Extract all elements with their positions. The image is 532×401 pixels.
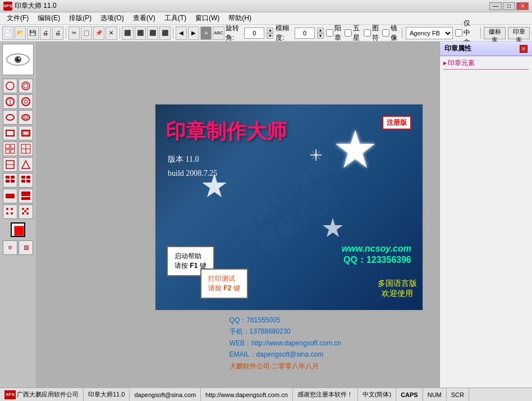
color-row	[11, 222, 25, 237]
tb-separator-5	[480, 28, 481, 39]
tb-print2[interactable]: 🖨	[52, 26, 63, 40]
tool-settings[interactable]: ⚙	[3, 240, 17, 255]
yinzhangku-button[interactable]: 印章库	[508, 27, 530, 39]
tool-rect-1[interactable]	[3, 126, 17, 140]
svg-point-44	[22, 212, 24, 215]
splash-multilang: 多国语言版欢迎使用	[378, 279, 417, 299]
tool-circle-2[interactable]	[19, 79, 33, 93]
tool-multi-1[interactable]	[3, 173, 17, 188]
tb-cut[interactable]: ✂	[68, 26, 80, 40]
tb-delete[interactable]: ✕	[106, 26, 117, 40]
tb-print[interactable]: 🖨	[40, 26, 51, 40]
check-jingxiang[interactable]: 镜像	[382, 24, 398, 43]
splash-version-line2: build 2008.7.25	[168, 166, 217, 180]
svg-point-12	[22, 115, 30, 120]
color-foreground[interactable]	[11, 222, 25, 237]
check-tufuhao[interactable]: 图符	[364, 24, 380, 43]
minimize-button[interactable]: —	[489, 2, 502, 10]
eye-icon	[6, 47, 30, 72]
sidebar-row-2	[3, 94, 33, 109]
maximize-button[interactable]: □	[503, 2, 515, 10]
tb-btn12[interactable]: ABC	[213, 26, 224, 40]
check-yangzhang[interactable]: 阳章	[326, 24, 342, 43]
tb-btn10[interactable]: ▶	[188, 26, 199, 40]
tool-grid-1[interactable]	[3, 142, 17, 156]
toolbar: 📄 📂 💾 🖨 🖨 ✂ 📋 📌 ✕ ⬛ ⬛ ⬛ ⬛ ◀ ▶ A ABC 旋转角:…	[0, 25, 532, 42]
rotation-up[interactable]: ▲	[267, 28, 273, 33]
star-3	[322, 217, 344, 239]
tool-pattern-1[interactable]	[3, 204, 17, 219]
tool-multi-2[interactable]	[19, 173, 33, 188]
svg-marker-49	[323, 218, 343, 237]
svg-point-5	[22, 82, 30, 90]
svg-rect-32	[26, 176, 30, 179]
splash-qq: QQ：123356396	[343, 254, 411, 266]
tool-stamp-1[interactable]	[3, 157, 17, 172]
menu-edit[interactable]: 编辑(E)	[33, 12, 65, 24]
panel-close-button[interactable]: ✕	[520, 45, 528, 53]
blur-spin[interactable]: ▲ ▼	[317, 28, 324, 39]
svg-rect-34	[26, 180, 30, 183]
tb-save[interactable]: 💾	[27, 26, 38, 40]
blur-input[interactable]	[295, 28, 315, 39]
svg-point-13	[24, 116, 28, 119]
rotation-down[interactable]: ▼	[267, 33, 273, 39]
sidebar: ⚙ 🖼	[0, 42, 36, 388]
tb-btn6[interactable]: ⬛	[135, 26, 146, 40]
svg-rect-18	[11, 144, 15, 148]
svg-rect-16	[23, 131, 29, 135]
sidebar-row-7	[3, 173, 33, 188]
rotation-input[interactable]	[244, 28, 264, 39]
tool-triangle[interactable]	[19, 157, 33, 172]
status-message: 感谢您注册本软件！	[293, 388, 358, 401]
tool-pattern-2[interactable]	[19, 204, 33, 219]
tb-btn8[interactable]: ⬛	[159, 26, 171, 40]
tb-btn5[interactable]: ⬛	[122, 26, 133, 40]
tb-btn7[interactable]: ⬛	[147, 26, 158, 40]
menu-options[interactable]: 选项(O)	[96, 12, 128, 24]
statusbar: XPS 广西大鹏应用软件公司 印章大师11.0 dapengsoft@sina.…	[0, 388, 532, 401]
tool-text-2[interactable]	[19, 189, 33, 203]
tool-oval-2[interactable]	[19, 110, 33, 125]
svg-rect-29	[6, 180, 10, 183]
tool-ring-1[interactable]	[3, 94, 17, 109]
sidebar-row-4	[3, 126, 33, 140]
svg-marker-26	[22, 161, 30, 168]
menu-window[interactable]: 窗口(W)	[191, 12, 224, 24]
menu-tools[interactable]: 工具(T)	[160, 12, 191, 24]
tool-photo[interactable]: 🖼	[19, 240, 33, 255]
font-select[interactable]: Agency FB	[406, 27, 453, 39]
splash-website: www.ncsoy.com	[342, 244, 411, 254]
tool-ring-2[interactable]	[19, 94, 33, 109]
tb-paste[interactable]: 📌	[93, 26, 104, 40]
tool-circle-1[interactable]	[3, 79, 17, 93]
tb-btn11[interactable]: A	[200, 26, 212, 40]
huibiaoku-button[interactable]: 徽标库	[484, 27, 506, 39]
tb-open[interactable]: 📂	[15, 26, 26, 40]
tool-text-1[interactable]	[3, 189, 17, 203]
panel-content	[443, 72, 529, 252]
blur-up[interactable]: ▲	[317, 28, 324, 33]
tool-grid-2[interactable]	[19, 142, 33, 156]
bottom-icons: ⚙ 🖼	[3, 240, 33, 255]
menu-file[interactable]: 文件(F)	[2, 12, 33, 24]
tb-separator-4	[402, 28, 402, 39]
tool-oval-1[interactable]	[3, 110, 17, 125]
app-icon: XPS	[3, 2, 12, 11]
status-email: dapengsoft@sina.com	[130, 388, 201, 401]
rotation-spin[interactable]: ▲ ▼	[267, 28, 273, 39]
sidebar-row-9	[3, 204, 33, 219]
svg-rect-30	[11, 180, 15, 183]
check-wuxing[interactable]: 五星	[345, 24, 361, 43]
menu-arrange[interactable]: 排版(P)	[65, 12, 96, 24]
tb-btn9[interactable]: ◀	[176, 26, 187, 40]
menu-view[interactable]: 查看(V)	[129, 12, 160, 24]
tb-new[interactable]: 📄	[2, 26, 13, 40]
svg-rect-20	[11, 149, 15, 153]
tool-rect-2[interactable]	[19, 126, 33, 140]
close-button[interactable]: ✕	[516, 2, 529, 10]
svg-point-11	[6, 115, 14, 120]
blur-down[interactable]: ▼	[317, 33, 324, 39]
splash-screen: 替换行滑道破解八月 印章制作大师 版本 11.0 build 2008.7.25…	[154, 103, 424, 311]
tb-copy[interactable]: 📋	[81, 26, 92, 40]
